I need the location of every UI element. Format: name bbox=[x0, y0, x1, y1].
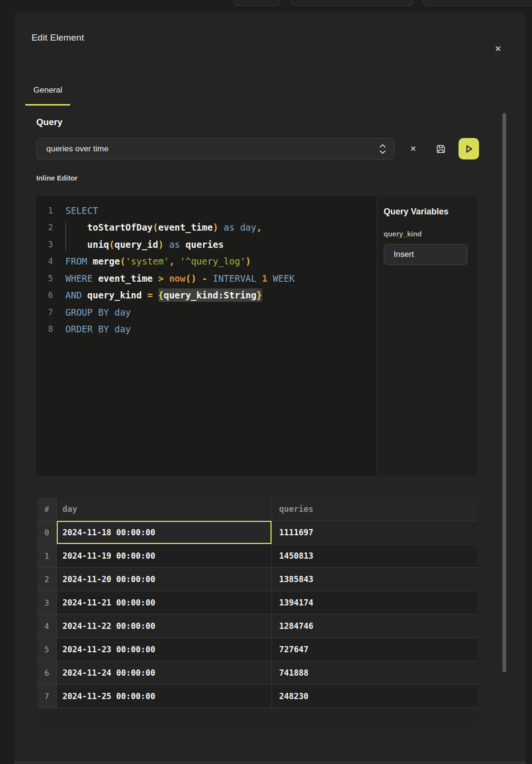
line-number: 1 bbox=[36, 206, 53, 215]
row-index: 2 bbox=[37, 568, 57, 591]
day-cell[interactable]: 2024-11-22 00:00:00 bbox=[57, 615, 272, 637]
code-text: WHERE event_time > now() - INTERVAL 1 WE… bbox=[65, 273, 295, 284]
code-line: 1SELECT bbox=[36, 202, 377, 219]
table-header-row: # day queries bbox=[37, 498, 477, 520]
query-section-heading: Query bbox=[36, 117, 525, 127]
query-select-row: queries over time ✕ bbox=[36, 138, 479, 159]
run-query-button[interactable] bbox=[459, 138, 479, 159]
day-cell[interactable]: 2024-11-18 00:00:00 bbox=[57, 521, 272, 544]
line-number: 8 bbox=[36, 324, 53, 334]
query-select[interactable]: queries over time bbox=[36, 138, 395, 159]
indent-guide bbox=[65, 222, 66, 251]
table-row: 22024-11-20 00:00:001385843 bbox=[37, 567, 477, 591]
edit-element-modal: Edit Element ✕ General Query queries ove… bbox=[14, 11, 525, 761]
table-row: 72024-11-25 00:00:00248230 bbox=[37, 684, 477, 708]
queries-cell[interactable]: 1111697 bbox=[272, 521, 477, 544]
query-variables-panel: Query Variables query_kind Insert bbox=[377, 196, 477, 476]
table-row: 32024-11-21 00:00:001394174 bbox=[37, 591, 477, 614]
query-variables-title: Query Variables bbox=[384, 207, 477, 217]
queries-cell[interactable]: 741888 bbox=[272, 661, 477, 684]
row-index: 7 bbox=[37, 685, 57, 708]
modal-header: Edit Element bbox=[14, 11, 525, 43]
code-text: toStartOfDay(event_time) as day, bbox=[65, 222, 262, 233]
background-toolbar bbox=[0, 0, 532, 11]
inline-editor: 1SELECT2 toStartOfDay(event_time) as day… bbox=[36, 196, 477, 476]
line-number: 4 bbox=[36, 256, 53, 266]
code-text: AND query_kind = {query_kind:String} bbox=[65, 290, 262, 300]
row-index: 0 bbox=[37, 521, 57, 544]
tab-bar: General bbox=[25, 85, 525, 106]
code-line: 5WHERE event_time > now() - INTERVAL 1 W… bbox=[36, 270, 377, 287]
sql-editor[interactable]: 1SELECT2 toStartOfDay(event_time) as day… bbox=[36, 196, 377, 476]
insert-variable-button[interactable]: Insert bbox=[384, 244, 468, 265]
table-row: 42024-11-22 00:00:001284746 bbox=[37, 614, 477, 637]
queries-cell[interactable]: 1394174 bbox=[272, 591, 477, 614]
header-index: # bbox=[37, 498, 57, 520]
code-line: 7GROUP BY day bbox=[36, 304, 377, 321]
queries-cell[interactable]: 248230 bbox=[272, 685, 477, 708]
variable-name-label: query_kind bbox=[384, 230, 477, 238]
row-index: 3 bbox=[37, 591, 57, 614]
row-index: 1 bbox=[37, 544, 57, 567]
row-index: 6 bbox=[37, 661, 57, 684]
queries-cell[interactable]: 1284746 bbox=[272, 615, 477, 637]
table-row: 62024-11-24 00:00:00741888 bbox=[37, 661, 477, 684]
code-text: ORDER BY day bbox=[65, 324, 131, 334]
query-select-value: queries over time bbox=[46, 144, 378, 154]
day-cell[interactable]: 2024-11-23 00:00:00 bbox=[57, 638, 272, 661]
header-day: day bbox=[57, 498, 272, 520]
row-index: 4 bbox=[37, 615, 57, 637]
chevron-updown-icon bbox=[378, 143, 387, 155]
day-cell[interactable]: 2024-11-19 00:00:00 bbox=[57, 544, 272, 567]
tab-general[interactable]: General bbox=[25, 85, 70, 106]
code-text: GROUP BY day bbox=[65, 307, 131, 318]
results-table: # day queries 02024-11-18 00:00:00111169… bbox=[37, 498, 477, 725]
day-cell[interactable]: 2024-11-24 00:00:00 bbox=[57, 661, 272, 684]
inline-editor-label: Inline Editor bbox=[36, 174, 525, 182]
table-footer-strip bbox=[37, 708, 477, 725]
line-number: 3 bbox=[36, 240, 53, 249]
play-icon bbox=[463, 143, 474, 155]
modal-title: Edit Element bbox=[31, 32, 84, 43]
line-number: 2 bbox=[36, 223, 53, 232]
code-line: 4FROM merge('system', '^query_log') bbox=[36, 253, 377, 270]
background-button bbox=[234, 0, 280, 6]
header-queries: queries bbox=[272, 498, 477, 520]
code-line: 3 uniq(query_id) as queries bbox=[36, 236, 377, 253]
queries-cell[interactable]: 1385843 bbox=[272, 568, 477, 591]
line-number: 6 bbox=[36, 290, 53, 300]
queries-cell[interactable]: 1450813 bbox=[272, 544, 477, 567]
day-cell[interactable]: 2024-11-25 00:00:00 bbox=[57, 685, 272, 708]
background-button bbox=[291, 0, 414, 6]
clear-query-icon[interactable]: ✕ bbox=[405, 140, 421, 158]
line-number: 7 bbox=[36, 308, 53, 317]
code-text: FROM merge('system', '^query_log') bbox=[65, 256, 251, 266]
day-cell[interactable]: 2024-11-20 00:00:00 bbox=[57, 568, 272, 591]
modal-scrollbar[interactable] bbox=[502, 113, 506, 672]
table-row: 02024-11-18 00:00:001111697 bbox=[37, 520, 477, 544]
save-icon[interactable] bbox=[433, 140, 449, 158]
close-icon[interactable]: ✕ bbox=[493, 43, 503, 55]
background-page-edge bbox=[14, 761, 525, 764]
table-row: 12024-11-19 00:00:001450813 bbox=[37, 544, 477, 567]
code-line: 2 toStartOfDay(event_time) as day, bbox=[36, 219, 377, 236]
background-button bbox=[423, 0, 532, 6]
code-line: 8ORDER BY day bbox=[36, 321, 377, 338]
queries-cell[interactable]: 727647 bbox=[272, 638, 477, 661]
line-number: 5 bbox=[36, 274, 53, 283]
table-row: 52024-11-23 00:00:00727647 bbox=[37, 637, 477, 661]
code-text: SELECT bbox=[65, 205, 98, 216]
row-index: 5 bbox=[37, 638, 57, 661]
code-text: uniq(query_id) as queries bbox=[65, 239, 224, 250]
day-cell[interactable]: 2024-11-21 00:00:00 bbox=[57, 591, 272, 614]
code-line: 6AND query_kind = {query_kind:String} bbox=[36, 287, 377, 304]
